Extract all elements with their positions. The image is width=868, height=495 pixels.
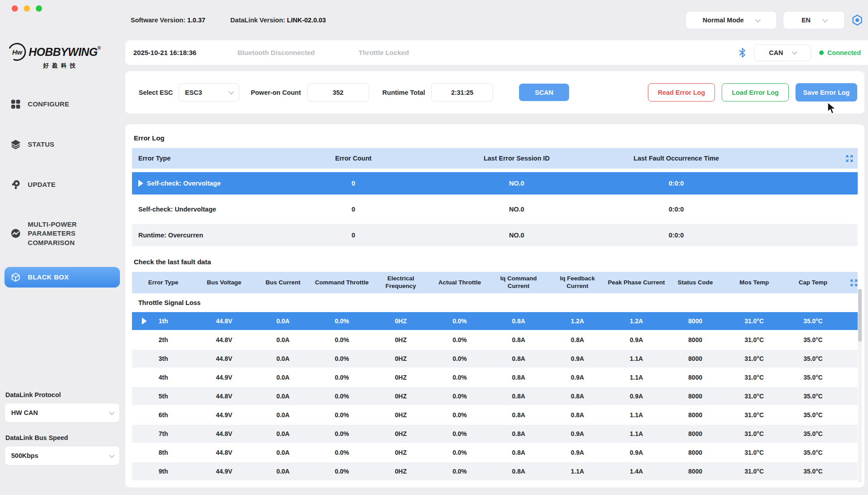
cell: 0.8A [548,411,607,419]
cell: 0.0% [312,411,371,419]
cell: 0.0% [312,468,371,475]
brand-name: HOBBYWING® [29,46,101,59]
load-error-log-button[interactable]: Load Error Log [722,83,789,102]
fault-row[interactable]: 3th44.8V0.0A0.0%0HZ0.0%0.8A0.9A1.1A80003… [132,350,858,368]
connection-status: Connected [819,49,861,56]
column-header: Mos Temp [725,277,784,288]
cell: 35.0°C [783,393,842,400]
cell: NO.0 [437,180,596,187]
connected-dot-icon [819,51,824,55]
cell: 0.8A [489,411,548,419]
toolbar: Select ESC ESC3 Power-on Count 352 Runti… [125,71,864,114]
scrollbar-thumb[interactable] [858,289,862,342]
sidebar-item-multi-power[interactable]: MULTI-POWER PARAMETERS COMPARISON [4,215,120,253]
gear-icon[interactable] [851,14,864,26]
cell: 0HZ [371,430,430,437]
cell: 44.8V [195,355,254,362]
runtime-total-field[interactable]: 2:31:25 [431,83,493,102]
cell: 0.0% [430,411,489,419]
cell: 2th [132,336,195,343]
cell: 0.8A [489,449,548,456]
cell: 44.8V [195,393,254,400]
cell: 0:0:0 [596,206,756,213]
fault-data-rows: 1th44.8V0.0A0.0%0HZ0.0%0.8A1.2A1.2A80003… [132,312,858,480]
datalink-protocol-label: DataLink Protocol [5,391,120,398]
sidebar-item-label: BLACK BOX [28,273,69,282]
mouse-cursor [827,102,838,117]
bluetooth-icon[interactable] [739,48,746,58]
sidebar-item-configure[interactable]: CONFIGURE [4,94,120,114]
datalink-protocol-select[interactable]: HW CAN [4,403,120,423]
fault-table-scrollbar[interactable] [858,289,862,483]
fault-row[interactable]: 8th44.8V0.0A0.0%0HZ0.0%0.8A0.9A0.9A80003… [132,444,858,461]
fault-row[interactable]: 5th44.8V0.0A0.0%0HZ0.0%0.8A0.8A0.9A80003… [132,387,858,405]
fault-group-label: Throttle Signal Loss [132,293,858,312]
cell: 44.9V [195,411,254,419]
datalink-version-value: LINK-02.0.03 [287,17,326,24]
layers-icon [11,140,21,149]
cell: 0.8A [489,317,548,325]
cell: 0.9A [548,430,607,437]
cell: 1.1A [607,430,666,437]
error-log-row[interactable]: Self-check: Undervoltage0NO.00:0:0 [132,198,858,220]
column-header: Actual Throttle [430,277,489,288]
play-icon [142,317,147,325]
cell: 0HZ [371,374,430,381]
language-select[interactable]: EN [783,11,845,29]
brand-chinese-name: 好盈科技 [43,62,120,70]
error-log-row[interactable]: Self-check: Overvoltage0NO.00:0:0 [132,172,858,195]
cell: 0.8A [548,393,607,400]
cell: 0.0A [254,317,313,325]
cell: 0.8A [489,393,548,400]
column-header: Error Type [132,277,195,288]
power-on-count-field[interactable]: 352 [307,83,369,102]
mode-select[interactable]: Normal Mode [685,11,777,29]
save-error-log-button[interactable]: Save Error Log [796,83,857,102]
scan-button[interactable]: SCAN [519,84,569,101]
expand-icon[interactable] [842,279,858,287]
fault-row[interactable]: 1th44.8V0.0A0.0%0HZ0.0%0.8A1.2A1.2A80003… [132,312,858,330]
sidebar-item-label: MULTI-POWER PARAMETERS COMPARISON [28,220,114,247]
cell: 31.0°C [725,374,784,381]
cell: 44.8V [195,449,254,456]
column-header: Cap Temp [783,277,842,288]
cell: 44.9V [195,374,254,381]
runtime-total-label: Runtime Total [383,89,425,96]
sidebar-item-status[interactable]: STATUS [4,134,120,155]
chevron-down-icon [792,49,798,55]
fault-row[interactable]: 6th44.9V0.0A0.0%0HZ0.0%0.8A0.8A1.1A80003… [132,406,858,424]
cell: Self-check: Overvoltage [132,180,270,187]
cell: 0.0A [254,374,313,381]
protocol-select[interactable]: CAN [754,44,811,61]
cell: 8000 [666,317,725,325]
cell: 0.0% [312,374,371,381]
sidebar-item-update[interactable]: UPDATE [4,174,120,195]
fault-row[interactable]: 4th44.9V0.0A0.0%0HZ0.0%0.8A0.9A1.1A80003… [132,368,858,386]
cell: 0.0A [254,430,313,437]
chevron-down-icon [109,409,115,415]
fault-row[interactable]: 7th44.8V0.0A0.0%0HZ0.0%0.8A0.9A1.1A80003… [132,425,858,443]
mode-select-value: Normal Mode [703,17,744,24]
cell: 8000 [666,468,725,475]
datalink-bus-speed-select[interactable]: 500Kbps [4,446,120,465]
cell: 0.0% [312,449,371,456]
cell: 35.0°C [783,336,842,343]
cell: 1.4A [607,468,666,475]
chevron-down-icon [109,452,115,458]
error-log-row[interactable]: Runtime: Overcurren0NO.00:0:0 [132,224,858,246]
esc-select[interactable]: ESC3 [179,83,239,102]
datalink-bus-speed-label: DataLink Bus Speed [5,434,120,441]
fault-row[interactable]: 2th44.8V0.0A0.0%0HZ0.0%0.8A0.8A0.9A80003… [132,331,858,349]
status-bar: 2025-10-21 16:18:36 Bluetooth Disconnect… [125,40,868,65]
cell: 35.0°C [783,411,842,419]
cell: 0.0A [254,336,313,343]
cell: 0.8A [489,336,548,343]
cell: 9th [132,468,195,475]
expand-icon[interactable] [756,155,858,162]
fault-row[interactable]: 9th44.9V0.0A0.0%0HZ0.0%0.8A1.1A1.4A80003… [132,462,858,480]
cell: 35.0°C [783,374,842,381]
cell: 0HZ [371,336,430,343]
read-error-log-button[interactable]: Read Error Log [648,83,715,102]
sidebar-item-black-box[interactable]: BLACK BOX [4,267,120,288]
software-version-value: 1.0.37 [187,17,205,24]
